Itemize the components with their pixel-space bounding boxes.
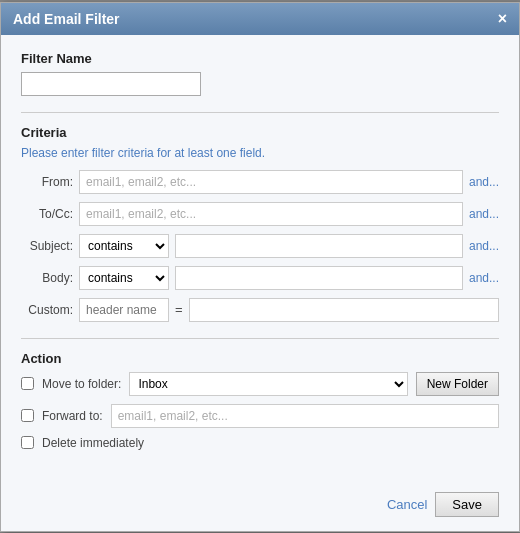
tocc-row: To/Cc: and... [21, 202, 499, 226]
new-folder-button[interactable]: New Folder [416, 372, 499, 396]
custom-value-input[interactable] [189, 298, 499, 322]
custom-label: Custom: [21, 303, 73, 317]
body-input[interactable] [175, 266, 463, 290]
add-email-filter-dialog: Add Email Filter × Filter Name Criteria … [0, 2, 520, 532]
divider-2 [21, 338, 499, 339]
criteria-section: Criteria Please enter filter criteria fo… [21, 125, 499, 322]
criteria-label: Criteria [21, 125, 499, 140]
move-to-folder-row: Move to folder: Inbox Drafts Sent Trash … [21, 372, 499, 396]
subject-input[interactable] [175, 234, 463, 258]
custom-equals: = [175, 302, 183, 317]
divider-1 [21, 112, 499, 113]
folder-select[interactable]: Inbox Drafts Sent Trash Spam [129, 372, 407, 396]
dialog-footer: Cancel Save [1, 482, 519, 531]
dialog-header: Add Email Filter × [1, 3, 519, 35]
body-condition-select[interactable]: contains does not contain is begins with… [79, 266, 169, 290]
forward-to-checkbox[interactable] [21, 409, 34, 422]
body-label: Body: [21, 271, 73, 285]
forward-to-label: Forward to: [42, 409, 103, 423]
subject-condition-select[interactable]: contains does not contain is begins with… [79, 234, 169, 258]
filter-name-section: Filter Name [21, 51, 499, 96]
filter-name-label: Filter Name [21, 51, 499, 66]
cancel-button[interactable]: Cancel [387, 497, 427, 512]
close-button[interactable]: × [498, 11, 507, 27]
action-section: Action Move to folder: Inbox Drafts Sent… [21, 351, 499, 450]
criteria-subtitle: Please enter filter criteria for at leas… [21, 146, 499, 160]
from-label: From: [21, 175, 73, 189]
forward-to-row: Forward to: [21, 404, 499, 428]
custom-header-input[interactable] [79, 298, 169, 322]
forward-to-input[interactable] [111, 404, 499, 428]
body-and-link[interactable]: and... [469, 271, 499, 285]
tocc-input[interactable] [79, 202, 463, 226]
from-and-link[interactable]: and... [469, 175, 499, 189]
move-to-folder-label: Move to folder: [42, 377, 121, 391]
tocc-and-link[interactable]: and... [469, 207, 499, 221]
dialog-title: Add Email Filter [13, 11, 120, 27]
tocc-label: To/Cc: [21, 207, 73, 221]
subject-row: Subject: contains does not contain is be… [21, 234, 499, 258]
delete-immediately-checkbox[interactable] [21, 436, 34, 449]
action-label: Action [21, 351, 499, 366]
delete-immediately-label: Delete immediately [42, 436, 144, 450]
from-input[interactable] [79, 170, 463, 194]
from-row: From: and... [21, 170, 499, 194]
filter-name-input[interactable] [21, 72, 201, 96]
subject-label: Subject: [21, 239, 73, 253]
body-row: Body: contains does not contain is begin… [21, 266, 499, 290]
dialog-body: Filter Name Criteria Please enter filter… [1, 35, 519, 482]
subject-and-link[interactable]: and... [469, 239, 499, 253]
custom-row: Custom: = [21, 298, 499, 322]
save-button[interactable]: Save [435, 492, 499, 517]
delete-immediately-row: Delete immediately [21, 436, 499, 450]
move-to-folder-checkbox[interactable] [21, 377, 34, 390]
